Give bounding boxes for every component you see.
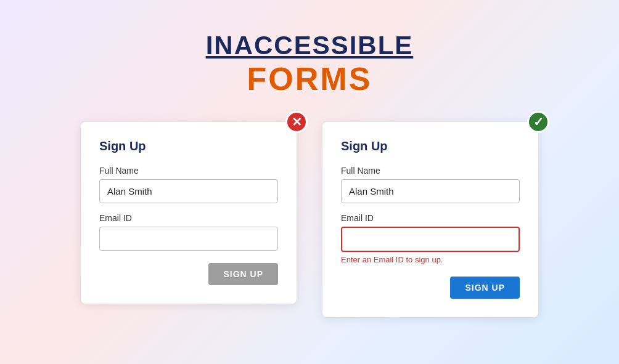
good-badge: ✓ <box>527 111 549 133</box>
bad-form-wrapper: ✕ Sign Up Full Name Email ID SIGN UP <box>81 122 297 304</box>
good-form-actions: SIGN UP <box>341 277 520 299</box>
good-fullname-label: Full Name <box>341 166 520 176</box>
bad-signup-button[interactable]: SIGN UP <box>208 263 278 285</box>
good-email-group: Email ID Enter an Email ID to sign up. <box>341 213 520 264</box>
bad-email-input[interactable] <box>99 227 278 251</box>
forms-container: ✕ Sign Up Full Name Email ID SIGN UP ✓ S… <box>0 122 619 317</box>
good-fullname-group: Full Name <box>341 166 520 203</box>
bad-badge: ✕ <box>285 111 308 133</box>
page-title: INACCESSIBLE FORMS <box>206 31 414 97</box>
good-email-error: Enter an Email ID to sign up. <box>341 255 520 264</box>
bad-fullname-label: Full Name <box>99 166 278 176</box>
bad-form-card: Sign Up Full Name Email ID SIGN UP <box>81 122 297 304</box>
good-email-input[interactable] <box>341 227 520 252</box>
good-fullname-input[interactable] <box>341 179 520 203</box>
good-signup-button[interactable]: SIGN UP <box>450 277 520 299</box>
bad-email-group: Email ID <box>99 213 278 251</box>
good-form-card: Sign Up Full Name Email ID Enter an Emai… <box>322 122 538 317</box>
bad-form-actions: SIGN UP <box>99 263 278 285</box>
bad-email-label: Email ID <box>99 213 278 223</box>
title-inaccessible: INACCESSIBLE <box>206 31 414 60</box>
bad-fullname-group: Full Name <box>99 166 278 203</box>
good-email-label: Email ID <box>341 213 520 223</box>
title-forms: FORMS <box>206 60 414 97</box>
bad-form-title: Sign Up <box>99 139 278 153</box>
bad-fullname-input[interactable] <box>99 179 278 203</box>
good-form-wrapper: ✓ Sign Up Full Name Email ID Enter an Em… <box>322 122 538 317</box>
good-form-title: Sign Up <box>341 139 520 153</box>
